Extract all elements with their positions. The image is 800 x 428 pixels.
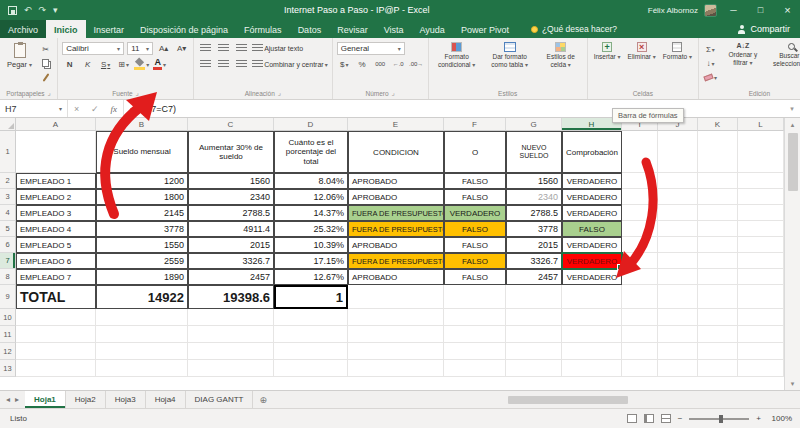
row-header-1[interactable]: 1 xyxy=(0,131,16,173)
new-sheet-icon[interactable]: ⊕ xyxy=(253,391,273,408)
cell-k4[interactable] xyxy=(698,205,738,221)
cell-c8[interactable]: 2457 xyxy=(188,269,274,285)
cell-i8[interactable] xyxy=(622,269,658,285)
cell-d6[interactable]: 10.39% xyxy=(274,237,348,253)
clear-button[interactable]: ▾ xyxy=(703,71,718,83)
borders-button[interactable]: ⊞▾ xyxy=(116,58,131,70)
row-header-13[interactable]: 13 xyxy=(0,360,16,377)
cell-e9[interactable] xyxy=(348,285,444,309)
cut-button[interactable]: ✂ xyxy=(38,43,53,55)
sheet-nav-right-icon[interactable]: ▸ xyxy=(15,395,19,404)
cell-h6[interactable]: VERDADERO xyxy=(562,237,622,253)
autosum-button[interactable]: Σ▾ xyxy=(703,43,718,55)
name-box[interactable]: H7 ▾ xyxy=(0,100,68,117)
row-header-9[interactable]: 9 xyxy=(0,285,16,309)
cell-b1[interactable]: Sueldo mensual xyxy=(96,131,188,173)
cell-l4[interactable] xyxy=(738,205,784,221)
cancel-icon[interactable]: × xyxy=(74,104,79,114)
cell-g7[interactable]: 3326.7 xyxy=(506,253,562,269)
cell-c9[interactable]: 19398.6 xyxy=(188,285,274,309)
cell-i6[interactable] xyxy=(622,237,658,253)
cell-c1[interactable]: Aumentar 30% de sueldo xyxy=(188,131,274,173)
sheet-tab-hoja1[interactable]: Hoja1 xyxy=(25,391,66,408)
paste-button[interactable]: Pegar ▾ xyxy=(4,41,35,71)
cell-d1[interactable]: Cuánto es el porcentaje del total xyxy=(274,131,348,173)
cell-f10[interactable] xyxy=(444,309,506,326)
cell-i13[interactable] xyxy=(622,360,658,377)
dialog-launcher-icon[interactable]: ⌟ xyxy=(278,89,281,97)
cell-f2[interactable]: FALSO xyxy=(444,173,506,189)
cell-h10[interactable] xyxy=(562,309,622,326)
cell-i11[interactable] xyxy=(622,326,658,343)
ribbon-tab-archivo[interactable]: Archivo xyxy=(0,20,46,38)
cell-i4[interactable] xyxy=(622,205,658,221)
cell-e12[interactable] xyxy=(348,343,444,360)
number-format-select[interactable]: General▾ xyxy=(337,42,405,55)
cell-l11[interactable] xyxy=(738,326,784,343)
bold-button[interactable]: N xyxy=(62,58,77,70)
cell-h3[interactable]: VERDADERO xyxy=(562,189,622,205)
cell-a12[interactable] xyxy=(16,343,96,360)
sheet-tab-hoja4[interactable]: Hoja4 xyxy=(146,391,186,408)
cell-d9[interactable]: 1 xyxy=(274,285,348,309)
insert-function-icon[interactable]: fx xyxy=(111,104,118,114)
dialog-launcher-icon[interactable]: ⌟ xyxy=(48,89,51,97)
user-avatar[interactable] xyxy=(704,4,717,17)
cell-k2[interactable] xyxy=(698,173,738,189)
cell-g9[interactable] xyxy=(506,285,562,309)
cell-g6[interactable]: 2015 xyxy=(506,237,562,253)
ribbon-tab-revisar[interactable]: Revisar xyxy=(329,20,376,38)
cell-j6[interactable] xyxy=(658,237,698,253)
cell-h2[interactable]: VERDADERO xyxy=(562,173,622,189)
cell-b7[interactable]: 2559 xyxy=(96,253,188,269)
cell-a13[interactable] xyxy=(16,360,96,377)
minimize-button[interactable]: ─ xyxy=(723,0,744,20)
cell-d13[interactable] xyxy=(274,360,348,377)
cell-g13[interactable] xyxy=(506,360,562,377)
cell-e10[interactable] xyxy=(348,309,444,326)
cell-d8[interactable]: 12.67% xyxy=(274,269,348,285)
cell-l12[interactable] xyxy=(738,343,784,360)
cell-i10[interactable] xyxy=(622,309,658,326)
cell-a10[interactable] xyxy=(16,309,96,326)
column-header-a[interactable]: A xyxy=(16,118,96,131)
maximize-button[interactable]: □ xyxy=(750,0,771,20)
align-left-button[interactable] xyxy=(198,58,213,70)
cell-l2[interactable] xyxy=(738,173,784,189)
qat-dropdown-icon[interactable]: ▾ xyxy=(53,6,58,15)
cell-j10[interactable] xyxy=(658,309,698,326)
cell-f6[interactable]: FALSO xyxy=(444,237,506,253)
cell-g1[interactable]: NUEVO SUELDO xyxy=(506,131,562,173)
align-middle-button[interactable] xyxy=(216,42,231,54)
cell-i7[interactable] xyxy=(622,253,658,269)
currency-button[interactable]: $▾ xyxy=(337,58,352,70)
user-name[interactable]: Félix Albornoz xyxy=(648,6,698,15)
cell-l10[interactable] xyxy=(738,309,784,326)
cell-k13[interactable] xyxy=(698,360,738,377)
cell-j3[interactable] xyxy=(658,189,698,205)
formula-input[interactable]: =Y(G7=C7) xyxy=(124,100,784,117)
column-header-e[interactable]: E xyxy=(348,118,444,131)
scroll-up-icon[interactable]: ▴ xyxy=(785,118,800,131)
cell-l8[interactable] xyxy=(738,269,784,285)
cell-h13[interactable] xyxy=(562,360,622,377)
column-header-k[interactable]: K xyxy=(698,118,738,131)
cell-e8[interactable]: APROBADO xyxy=(348,269,444,285)
cell-a2[interactable]: EMPLEADO 1 xyxy=(16,173,96,189)
dialog-launcher-icon[interactable]: ⌟ xyxy=(392,89,395,97)
cell-i2[interactable] xyxy=(622,173,658,189)
undo-icon[interactable]: ↶ xyxy=(24,6,32,15)
row-header-7[interactable]: 7 xyxy=(0,253,16,269)
align-center-button[interactable] xyxy=(216,58,231,70)
cell-f9[interactable] xyxy=(444,285,506,309)
cell-h9[interactable] xyxy=(562,285,622,309)
cell-l9[interactable] xyxy=(738,285,784,309)
increase-decimal-button[interactable]: ←.0 xyxy=(391,58,406,70)
ribbon-tab-datos[interactable]: Datos xyxy=(290,20,330,38)
cell-f1[interactable]: O xyxy=(444,131,506,173)
cell-b12[interactable] xyxy=(96,343,188,360)
row-header-6[interactable]: 6 xyxy=(0,237,16,253)
cell-a11[interactable] xyxy=(16,326,96,343)
zoom-level[interactable]: 100% xyxy=(768,414,792,423)
cell-b8[interactable]: 1890 xyxy=(96,269,188,285)
